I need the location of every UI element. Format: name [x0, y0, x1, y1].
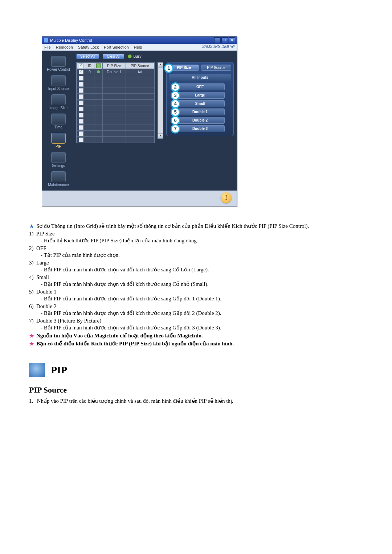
list-sub: - Bật PIP của màn hình được chọn và đổi … — [41, 266, 363, 273]
sidebar-item-pip[interactable]: PIP — [42, 133, 75, 148]
minimize-button[interactable]: _ — [214, 37, 221, 43]
row-checkbox-icon[interactable] — [79, 138, 83, 142]
table-row[interactable] — [77, 112, 154, 118]
app-window: Multiple Display Control _ □ × File Remo… — [42, 36, 237, 206]
list-item: 4)Small — [29, 274, 363, 280]
row-checkbox-icon[interactable] — [79, 94, 83, 99]
table-row[interactable] — [77, 131, 154, 137]
note-warn1: ★ Nguồn tín hiệu Vào của MagicInfo chỉ h… — [29, 332, 363, 340]
power-icon — [51, 56, 66, 67]
info-grid: ID PIP Size PIP Source 0 Double 1 AV — [76, 62, 155, 143]
col-status[interactable] — [94, 63, 103, 69]
app-icon — [44, 38, 49, 43]
table-row[interactable] — [77, 94, 154, 100]
table-row[interactable] — [77, 137, 154, 143]
list-sub: - Tắt PIP của màn hình được chọn. — [41, 252, 363, 258]
sidebar-item-input[interactable]: Input Source — [42, 75, 75, 91]
row-checkbox-icon[interactable] — [79, 70, 83, 74]
scroll-up-icon[interactable]: ▲ — [158, 62, 163, 67]
grid-scrollbar[interactable]: ▲ ▼ — [158, 62, 163, 139]
image-size-icon — [51, 94, 66, 105]
table-row[interactable] — [77, 118, 154, 124]
busy-dot-icon — [128, 54, 132, 58]
menu-help[interactable]: Help — [134, 45, 142, 49]
option-large[interactable]: 3 Large — [175, 92, 225, 99]
step-number: 1. — [29, 398, 36, 404]
menu-port-selection[interactable]: Port Selection — [104, 45, 128, 49]
sidebar-item-power[interactable]: Power Control — [42, 56, 75, 71]
note-warn2: ★ Bạn có thể điều khiển Kích thước PIP (… — [29, 340, 363, 348]
table-row[interactable] — [77, 87, 154, 94]
table-row[interactable] — [77, 100, 154, 106]
menu-file[interactable]: File — [44, 45, 51, 49]
close-button[interactable]: × — [229, 37, 235, 43]
explanation-list: 1)PIP Size - Hiển thị Kích thước PIP (PI… — [29, 231, 363, 331]
option-double1[interactable]: 5 Double 1 — [175, 108, 225, 115]
sidebar-label-maint: Maintenance — [42, 183, 75, 187]
row-checkbox-icon[interactable] — [79, 125, 83, 130]
row-checkbox-icon[interactable] — [79, 88, 83, 93]
option-double3[interactable]: 7 Double 3 — [175, 125, 225, 132]
status-strip: ! — [42, 190, 237, 206]
row-checkbox-icon[interactable] — [79, 100, 83, 105]
col-checkbox[interactable] — [77, 63, 85, 69]
title-bar: Multiple Display Control _ □ × — [42, 37, 237, 44]
star-icon: ★ — [29, 332, 34, 340]
row-checkbox-icon[interactable] — [79, 76, 83, 81]
row-checkbox-icon[interactable] — [79, 113, 83, 118]
menu-remocon[interactable]: Remocon — [56, 45, 73, 49]
option-off-label: OFF — [196, 85, 204, 89]
table-row[interactable] — [77, 75, 154, 81]
note-warn1-text: Nguồn tín hiệu Vào của MagicInfo chỉ hoạ… — [36, 332, 203, 340]
table-row[interactable]: 0 Double 1 AV — [77, 69, 154, 75]
cell-pip-size: Double 1 — [103, 69, 126, 75]
status-dot-icon — [97, 70, 100, 73]
list-item: 1. Nhấp vào PIP trên các biểu tượng chín… — [29, 398, 363, 404]
tab-pip-size[interactable]: 1 PIP Size — [169, 65, 199, 71]
col-pip-source[interactable]: PIP Source — [126, 63, 154, 69]
maximize-button[interactable]: □ — [221, 37, 228, 43]
table-row[interactable] — [77, 106, 154, 112]
row-checkbox-icon[interactable] — [79, 131, 83, 136]
option-off[interactable]: 2 OFF — [175, 83, 225, 90]
menu-safety-lock[interactable]: Safety Lock — [78, 45, 99, 49]
table-row[interactable] — [77, 81, 154, 87]
list-sub: - Hiển thị Kích thước PIP (PIP Size) hiệ… — [41, 237, 363, 244]
col-id[interactable]: ID — [85, 63, 94, 69]
pip-heading-row: PIP — [29, 363, 363, 377]
time-icon — [51, 114, 66, 124]
sidebar-label-image: Image Size — [42, 106, 75, 110]
row-checkbox-icon[interactable] — [79, 107, 83, 111]
table-row[interactable] — [77, 124, 154, 131]
scroll-down-icon[interactable]: ▼ — [158, 134, 163, 139]
select-all-button[interactable]: Select All — [76, 54, 99, 59]
option-double2[interactable]: 6 Double 2 — [175, 117, 225, 124]
pip-size-panel: 1 PIP Size PIP Source All Inputs 2 OFF — [166, 62, 234, 136]
sidebar-item-maintenance[interactable]: Maintenance — [42, 171, 75, 187]
checkbox-header-icon[interactable] — [79, 63, 83, 68]
sidebar-item-time[interactable]: Time — [42, 114, 75, 129]
sidebar-label-settings: Settings — [42, 164, 75, 168]
window-title: Multiple Display Control — [50, 38, 214, 42]
pip-source-steps: 1. Nhấp vào PIP trên các biểu tượng chín… — [29, 398, 363, 404]
status-header-icon — [96, 63, 101, 68]
col-pip-size[interactable]: PIP Size — [103, 63, 126, 69]
star-icon: ★ — [29, 340, 34, 348]
list-sub: - Bật PIP của màn hình được chọn và đổi … — [41, 310, 363, 316]
option-small[interactable]: 4 Small — [175, 100, 225, 107]
sidebar-item-image[interactable]: Image Size — [42, 94, 75, 110]
content-area: Select All Clear All Busy ID — [75, 51, 237, 190]
list-item: 3)Large — [29, 260, 363, 266]
row-checkbox-icon[interactable] — [79, 82, 83, 87]
option-large-label: Large — [195, 93, 205, 97]
row-checkbox-icon[interactable] — [79, 119, 83, 124]
pip-heading-icon — [29, 363, 45, 377]
note-warn2-text: Bạn có thể điều khiển Kích thước PIP (PI… — [36, 340, 234, 348]
pip-source-heading: PIP Source — [29, 385, 363, 395]
list-sub: - Bật PIP của màn hình được chọn và đổi … — [41, 281, 363, 287]
busy-indicator: Busy — [128, 54, 141, 58]
clear-all-button[interactable]: Clear All — [103, 54, 124, 59]
list-sub: - Bật PIP của màn hình được chọn và đổi … — [41, 324, 363, 331]
tab-pip-source[interactable]: PIP Source — [201, 65, 231, 71]
sidebar-item-settings[interactable]: Settings — [42, 152, 75, 168]
